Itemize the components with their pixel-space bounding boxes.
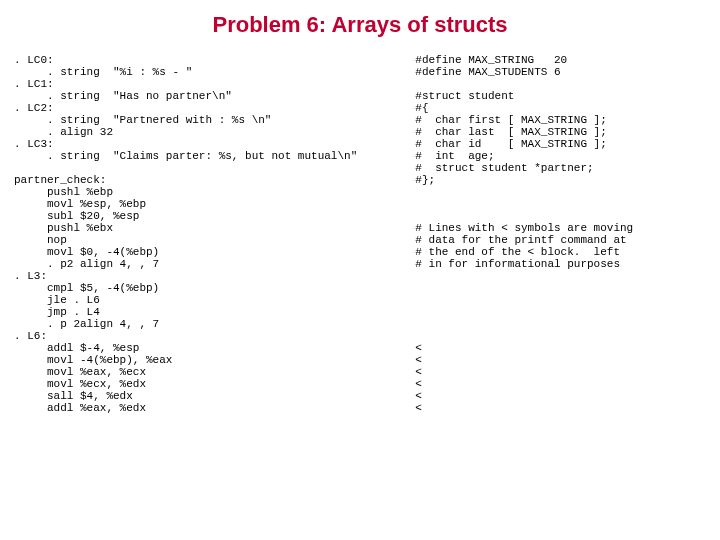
left-code-column: . LC0: . string "%i : %s - " . LC1: . st… (14, 54, 415, 414)
content-columns: . LC0: . string "%i : %s - " . LC1: . st… (0, 54, 720, 414)
page-title: Problem 6: Arrays of structs (0, 0, 720, 54)
right-code-column: #define MAX_STRING 20 #define MAX_STUDEN… (415, 54, 706, 414)
